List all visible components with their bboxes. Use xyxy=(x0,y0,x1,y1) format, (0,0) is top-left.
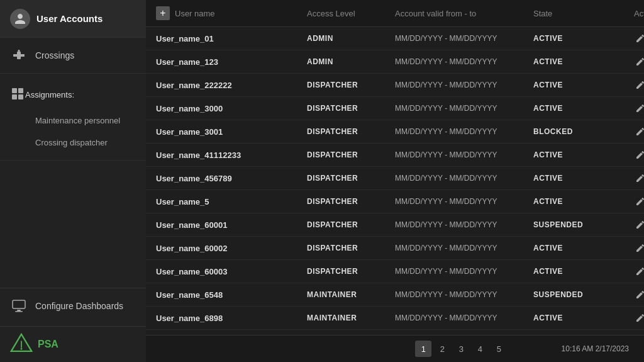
edit-button[interactable] xyxy=(634,55,644,68)
configure-icon xyxy=(10,297,28,315)
cell-actions xyxy=(634,32,644,45)
cell-username: User_name_01 xyxy=(156,34,307,43)
cell-actions xyxy=(634,195,644,208)
cell-actions xyxy=(634,218,644,231)
page-button-2[interactable]: 2 xyxy=(434,341,450,357)
cell-state: ACTIVE xyxy=(533,57,634,66)
cell-validity: MM/DD/YYYY - MM/DD/YYYY xyxy=(395,220,533,229)
sidebar-item-configure[interactable]: Configure Dashboards xyxy=(0,288,146,324)
col-header-username: User name xyxy=(175,9,215,18)
cell-access: DISPATCHER xyxy=(307,197,395,206)
username-header-col: + User name xyxy=(156,6,307,20)
edit-button[interactable] xyxy=(634,242,644,254)
svg-rect-4 xyxy=(12,88,17,93)
sidebar-item-crossings[interactable]: Crossings xyxy=(0,38,146,74)
table-row: User_name_456789 DISPATCHER MM/DD/YYYY -… xyxy=(146,167,644,190)
cell-username: User_name_6898 xyxy=(156,314,307,323)
edit-button[interactable] xyxy=(634,288,644,301)
sidebar: User Accounts Crossings Assig xyxy=(0,0,146,362)
cell-validity: MM/DD/YYYY - MM/DD/YYYY xyxy=(395,314,533,322)
table-row: User_name_01 ADMIN MM/DD/YYYY - MM/DD/YY… xyxy=(146,27,644,50)
edit-button[interactable] xyxy=(634,79,644,91)
cell-actions xyxy=(634,242,644,254)
cell-state: ACTIVE xyxy=(533,174,634,183)
edit-button[interactable] xyxy=(634,32,644,45)
table-row: User_name_60001 DISPATCHER MM/DD/YYYY - … xyxy=(146,213,644,237)
cell-state: ACTIVE xyxy=(533,267,634,276)
cell-actions xyxy=(634,79,644,91)
svg-rect-3 xyxy=(18,50,20,52)
table-row: User_name_6548 MAINTAINER MM/DD/YYYY - M… xyxy=(146,283,644,307)
edit-button[interactable] xyxy=(634,149,644,161)
configure-label: Configure Dashboards xyxy=(35,301,123,311)
add-user-button[interactable]: + xyxy=(156,6,170,20)
cell-access: DISPATCHER xyxy=(307,174,395,183)
svg-rect-8 xyxy=(13,300,25,308)
sidebar-item-maintenance[interactable]: Maintenance personnel xyxy=(0,110,146,132)
cell-state: SUSPENDED xyxy=(533,220,634,229)
page-button-3[interactable]: 3 xyxy=(453,341,469,357)
svg-rect-5 xyxy=(18,88,23,93)
edit-button[interactable] xyxy=(634,125,644,138)
svg-rect-7 xyxy=(18,94,23,99)
svg-rect-1 xyxy=(20,54,25,57)
cell-username: User_name_6548 xyxy=(156,290,307,300)
svg-rect-9 xyxy=(17,310,21,311)
edit-button[interactable] xyxy=(634,218,644,231)
edit-button[interactable] xyxy=(634,195,644,208)
pagination-pages: 12345 xyxy=(361,341,561,357)
table-header: + User name Access Level Account valid f… xyxy=(146,0,644,27)
table-body: User_name_01 ADMIN MM/DD/YYYY - MM/DD/YY… xyxy=(146,27,644,335)
cell-actions xyxy=(634,149,644,161)
sidebar-item-dispatcher[interactable]: Crossing dispatcher xyxy=(0,132,146,154)
assignments-header[interactable]: Assignments: xyxy=(0,80,146,110)
footer-time-date: 10:16 AM 2/17/2023 xyxy=(562,344,629,353)
svg-rect-10 xyxy=(15,311,23,312)
page-button-5[interactable]: 5 xyxy=(491,341,507,357)
cell-username: User_name_60001 xyxy=(156,220,307,230)
cell-state: ACTIVE xyxy=(533,81,634,89)
table-row: User_name_41112233 DISPATCHER MM/DD/YYYY… xyxy=(146,144,644,167)
col-header-actions: Actions xyxy=(634,9,644,18)
edit-button[interactable] xyxy=(634,265,644,278)
page-button-4[interactable]: 4 xyxy=(472,341,488,357)
maintenance-label: Maintenance personnel xyxy=(35,116,120,125)
assignments-label: Assignments: xyxy=(25,90,74,99)
cell-state: ACTIVE xyxy=(533,150,634,159)
sidebar-header[interactable]: User Accounts xyxy=(0,0,146,38)
crossings-label: Crossings xyxy=(35,50,74,60)
cell-validity: MM/DD/YYYY - MM/DD/YYYY xyxy=(395,127,533,136)
table-row: User_name_60002 DISPATCHER MM/DD/YYYY - … xyxy=(146,237,644,260)
assignments-icon xyxy=(10,86,25,103)
cell-username: User_name_456789 xyxy=(156,174,307,183)
cell-access: DISPATCHER xyxy=(307,220,395,229)
cell-access: DISPATCHER xyxy=(307,81,395,89)
cell-access: ADMIN xyxy=(307,57,395,66)
cell-validity: MM/DD/YYYY - MM/DD/YYYY xyxy=(395,197,533,206)
table-row: User_name_3001 DISPATCHER MM/DD/YYYY - M… xyxy=(146,120,644,144)
cell-access: ADMIN xyxy=(307,34,395,43)
user-avatar-icon xyxy=(10,9,30,29)
cell-validity: MM/DD/YYYY - MM/DD/YYYY xyxy=(395,57,533,66)
table-row: User_name_222222 DISPATCHER MM/DD/YYYY -… xyxy=(146,74,644,97)
cell-access: MAINTAINER xyxy=(307,290,395,299)
table-row: User_name_6898 MAINTAINER MM/DD/YYYY - M… xyxy=(146,307,644,330)
cell-state: ACTIVE xyxy=(533,34,634,43)
edit-button[interactable] xyxy=(634,172,644,184)
cell-actions xyxy=(634,125,644,138)
crossings-icon xyxy=(10,47,28,64)
edit-button[interactable] xyxy=(634,312,644,324)
sidebar-header-title: User Accounts xyxy=(36,13,103,24)
cell-username: User_name_222222 xyxy=(156,81,307,90)
cell-username: User_name_3000 xyxy=(156,104,307,113)
sidebar-footer: PSA xyxy=(0,326,146,362)
cell-username: User_name_3001 xyxy=(156,127,307,137)
cell-validity: MM/DD/YYYY - MM/DD/YYYY xyxy=(395,290,533,299)
cell-username: User_name_60003 xyxy=(156,267,307,276)
col-header-validity: Account valid from - to xyxy=(395,9,533,18)
cell-username: User_name_123 xyxy=(156,57,307,67)
cell-validity: MM/DD/YYYY - MM/DD/YYYY xyxy=(395,104,533,113)
cell-actions xyxy=(634,265,644,278)
page-button-1[interactable]: 1 xyxy=(415,341,431,357)
edit-button[interactable] xyxy=(634,102,644,115)
